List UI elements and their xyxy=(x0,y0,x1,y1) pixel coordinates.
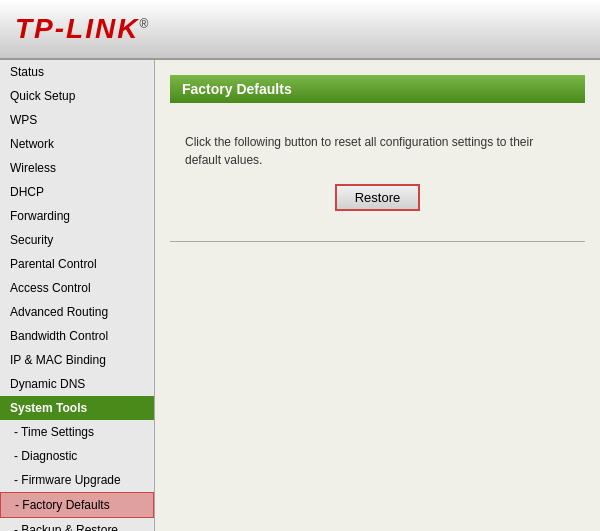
sidebar-item-forwarding[interactable]: Forwarding xyxy=(0,204,154,228)
logo-text: TP-LINK xyxy=(15,13,139,44)
divider xyxy=(170,241,585,242)
content-area: Factory Defaults Click the following but… xyxy=(155,60,600,531)
sidebar-item-security[interactable]: Security xyxy=(0,228,154,252)
sidebar-item-firmware-upgrade[interactable]: - Firmware Upgrade xyxy=(0,468,154,492)
sidebar-item-parental-control[interactable]: Parental Control xyxy=(0,252,154,276)
sidebar-item-dhcp[interactable]: DHCP xyxy=(0,180,154,204)
sidebar-item-wps[interactable]: WPS xyxy=(0,108,154,132)
sidebar-item-backup-restore[interactable]: - Backup & Restore xyxy=(0,518,154,531)
sidebar-item-time-settings[interactable]: - Time Settings xyxy=(0,420,154,444)
sidebar-item-ip-mac-binding[interactable]: IP & MAC Binding xyxy=(0,348,154,372)
main-layout: StatusQuick SetupWPSNetworkWirelessDHCPF… xyxy=(0,60,600,531)
section-title: Factory Defaults xyxy=(170,75,585,103)
sidebar-item-factory-defaults[interactable]: - Factory Defaults xyxy=(0,492,154,518)
sidebar-item-status[interactable]: Status xyxy=(0,60,154,84)
sidebar: StatusQuick SetupWPSNetworkWirelessDHCPF… xyxy=(0,60,155,531)
content-body: Click the following button to reset all … xyxy=(170,123,585,221)
sidebar-item-wireless[interactable]: Wireless xyxy=(0,156,154,180)
logo: TP-LINK® xyxy=(15,13,150,45)
logo-mark: ® xyxy=(139,17,150,31)
restore-button[interactable]: Restore xyxy=(335,184,421,211)
description-text: Click the following button to reset all … xyxy=(185,133,570,169)
sidebar-item-diagnostic[interactable]: - Diagnostic xyxy=(0,444,154,468)
sidebar-item-dynamic-dns[interactable]: Dynamic DNS xyxy=(0,372,154,396)
sidebar-item-advanced-routing[interactable]: Advanced Routing xyxy=(0,300,154,324)
restore-button-container: Restore xyxy=(185,184,570,211)
sidebar-item-bandwidth-control[interactable]: Bandwidth Control xyxy=(0,324,154,348)
header: TP-LINK® xyxy=(0,0,600,60)
sidebar-item-system-tools[interactable]: System Tools xyxy=(0,396,154,420)
sidebar-item-quick-setup[interactable]: Quick Setup xyxy=(0,84,154,108)
sidebar-item-network[interactable]: Network xyxy=(0,132,154,156)
sidebar-item-access-control[interactable]: Access Control xyxy=(0,276,154,300)
